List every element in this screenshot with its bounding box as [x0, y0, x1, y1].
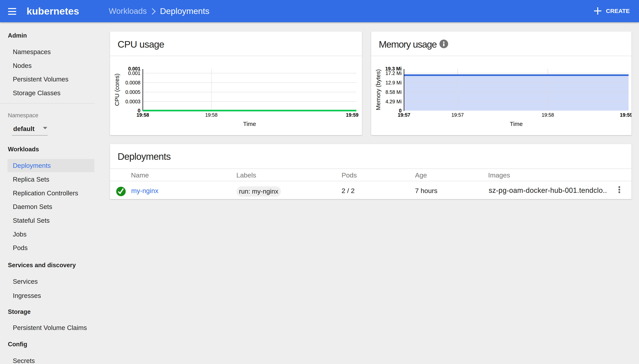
svg-text:Memory (bytes): Memory (bytes) — [375, 69, 381, 110]
svg-text:0.001: 0.001 — [128, 70, 140, 76]
svg-text:0.0003: 0.0003 — [125, 99, 140, 104]
svg-text:8.58 Mi: 8.58 Mi — [385, 89, 402, 95]
svg-text:19:59: 19:59 — [620, 112, 631, 118]
svg-text:0.0008: 0.0008 — [125, 80, 140, 86]
svg-text:19:59: 19:59 — [346, 112, 358, 118]
svg-text:17.2 Mi: 17.2 Mi — [385, 70, 402, 76]
svg-text:12.9 Mi: 12.9 Mi — [385, 80, 402, 86]
svg-text:19:57: 19:57 — [452, 112, 464, 118]
svg-text:19:58: 19:58 — [136, 112, 149, 118]
svg-text:19:57: 19:57 — [398, 112, 410, 118]
svg-text:0.0005: 0.0005 — [125, 89, 140, 95]
svg-text:19:58: 19:58 — [542, 112, 554, 118]
svg-text:19:58: 19:58 — [205, 112, 218, 118]
svg-text:Time: Time — [243, 120, 256, 127]
svg-text:CPU (cores): CPU (cores) — [114, 74, 120, 106]
svg-text:Time: Time — [510, 120, 523, 127]
svg-text:4.29 Mi: 4.29 Mi — [385, 99, 402, 104]
